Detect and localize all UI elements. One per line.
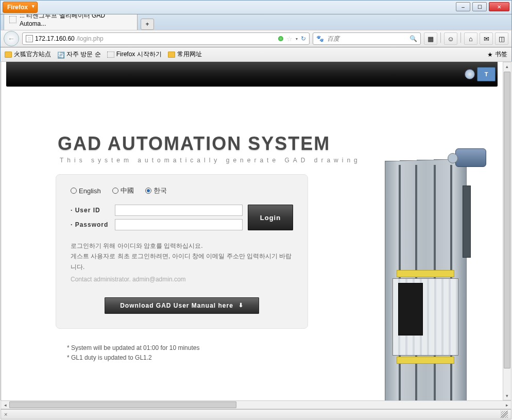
hint-line-2: 게스트 사용자로 최초 로그인하려면, 아이디 창에 이메일 주소만 입력하시기… [71,251,293,272]
bookmark-icon: 🔄 [57,52,64,58]
bookmark-huohu[interactable]: 火狐官方站点 [5,50,51,59]
toolbar-downloads-button[interactable]: ▦ [424,32,437,45]
horizontal-scrollbar[interactable]: ◂ ▸ [1,400,511,409]
hint-line-1: 로그인하기 위해 아이디와 암호를 입력하십시요. [71,241,293,251]
login-button[interactable]: Login [248,205,293,230]
lang-label: 한국 [153,186,167,195]
status-bar: × [1,409,511,419]
vertical-scrollbar[interactable]: ▴ ▾ [503,62,511,400]
back-button[interactable]: ← [4,31,19,46]
url-dropdown-icon[interactable]: ▾ [296,37,298,41]
scroll-thumb[interactable] [9,401,236,408]
toolbar-smiley-button[interactable]: ☺ [444,32,457,45]
download-label: Download GAD User Manual here [120,302,233,309]
tab-bar: ::: 티센그루프 엘리베이터 GAD Automa... + [0,14,512,30]
lang-english[interactable]: English [71,186,101,195]
toolbar-mail-button[interactable]: ✉ [480,32,493,45]
search-engine-icon[interactable]: 🐾 [316,35,324,42]
login-panel: English 中國 한국 User ID Password Login [56,174,308,329]
toolbar-home-button[interactable]: ⌂ [464,32,477,45]
bookmark-label: 常用网址 [177,50,202,59]
lang-chinese[interactable]: 中國 [112,186,134,195]
language-selector: English 中國 한국 [71,186,293,195]
scroll-thumb[interactable] [504,72,510,368]
page-icon [107,52,114,58]
bookmark-label: 书签 [495,50,507,59]
elevator-illustration [369,144,492,400]
lang-label: 中國 [121,186,134,195]
bookmark-firefox-start[interactable]: Firefox 시작하기 [107,50,162,59]
toolbar-separator [460,32,461,43]
page-header-bar: T [6,62,498,87]
toolbar-separator [440,32,441,43]
bookmark-menu[interactable]: ★书签 [487,50,507,59]
bookmark-common[interactable]: 常用网址 [168,50,202,59]
scroll-right-button[interactable]: ▸ [503,401,511,409]
folder-icon [5,52,12,58]
site-identity-icon[interactable]: :: [26,35,33,42]
company-logo-badge: T [477,67,496,81]
elevator-cab [392,278,458,356]
window-titlebar: Firefox – ☐ ✕ [0,0,512,14]
elevator-counterweight [463,186,471,258]
userid-label: User ID [71,207,111,214]
userid-input[interactable] [115,205,243,216]
toolbar-panel-button[interactable]: ◫ [495,32,508,45]
bookmarks-toolbar: 火狐官方站点 🔄자주 방문 순 Firefox 시작하기 常用网址 ★书签 [0,47,512,62]
tab-favicon [9,16,16,23]
scroll-up-button[interactable]: ▴ [503,62,511,71]
folder-icon [168,52,175,58]
search-input[interactable] [327,35,406,42]
bookmark-label: Firefox 시작하기 [116,50,162,59]
new-tab-button[interactable]: + [141,19,154,30]
password-label: Password [71,221,111,228]
lang-korean[interactable]: 한국 [145,186,167,195]
navigation-toolbar: ← :: 172.17.160.60/login.php ☆ ▾ ↻ 🐾 🔍 ▦… [0,30,512,47]
url-field[interactable]: :: 172.17.160.60/login.php ☆ ▾ ↻ [22,32,310,45]
resize-grip[interactable] [501,411,508,418]
scroll-down-button[interactable]: ▾ [503,392,511,400]
radio-icon [145,188,151,194]
window-close-button[interactable]: ✕ [489,2,509,11]
bookmark-label: 자주 방문 순 [66,50,101,59]
firefox-menu-button[interactable]: Firefox [3,2,38,13]
window-minimize-button[interactable]: – [456,2,470,11]
refresh-icon[interactable]: ↻ [301,35,306,42]
bookmark-label: 火狐官方站点 [14,50,51,59]
url-host: 172.17.160.60 [35,35,75,42]
url-path: /login.php [77,35,104,42]
star-icon: ★ [487,51,493,58]
page-viewport: T GAD AUTOMATION SYSTEM This system auto… [1,62,503,400]
search-field[interactable]: 🐾 🔍 [313,32,421,45]
download-manual-button[interactable]: Download GAD User Manual here ⬇ [105,297,259,314]
company-logo-icon [465,69,475,79]
search-go-icon[interactable]: 🔍 [409,35,417,42]
statusbar-close-button[interactable]: × [4,411,7,417]
lang-label: English [79,187,101,195]
connection-status-icon [278,36,283,41]
download-icon: ⬇ [238,302,244,309]
radio-icon [112,188,118,194]
scroll-left-button[interactable]: ◂ [1,401,9,409]
password-input[interactable] [115,219,243,230]
bookmark-star-icon[interactable]: ☆ [286,35,293,43]
contact-line: Contact administrator. admin@admin.com [71,274,293,284]
elevator-motor [455,148,486,167]
window-maximize-button[interactable]: ☐ [472,2,487,11]
bookmark-frequent[interactable]: 🔄자주 방문 순 [57,50,101,59]
radio-icon [71,188,77,194]
